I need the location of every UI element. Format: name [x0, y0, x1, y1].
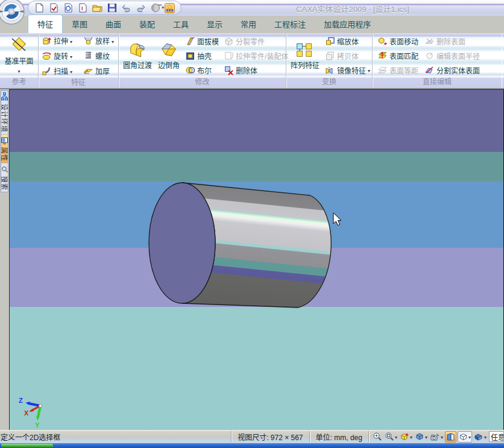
delete-face-label: 删除表面: [436, 36, 465, 46]
delete-body-button[interactable]: 删除体: [222, 63, 289, 77]
ribbon: 基准平面 参考 拉伸 放样: [0, 33, 504, 88]
title-bar: I ▔▾ CAXA实体设计2009 - [设计1.ics]: [0, 0, 504, 16]
group-label-features: 特征: [39, 78, 118, 88]
face-move-label: 表面移动: [389, 36, 418, 46]
split-part-button[interactable]: 分裂零件: [222, 34, 289, 48]
stretch-part-label: 拉伸零件/装配体: [236, 51, 288, 61]
face-draft-button[interactable]: 面拔模: [184, 34, 220, 48]
view-size-label: 视图尺寸: 972 × 567: [233, 432, 307, 442]
selection-filter-field[interactable]: 任意: [489, 431, 504, 442]
tab-surface[interactable]: 曲面: [96, 15, 130, 33]
stretch-part-icon: [224, 51, 234, 61]
edit-face-radius-button[interactable]: 编辑表面半径: [423, 48, 481, 63]
tab-features[interactable]: 特征: [28, 14, 63, 33]
delete-face-button[interactable]: 删除表面: [423, 34, 481, 48]
viewport[interactable]: Z X Y: [9, 89, 504, 430]
chamfer-icon: [159, 41, 178, 59]
face-move-button[interactable]: 表面移动: [376, 34, 420, 48]
wireframe-view-icon[interactable]: [458, 431, 472, 443]
face-match-icon: [377, 51, 388, 61]
stretch-part-button[interactable]: 拉伸零件/装配体: [222, 48, 289, 63]
copy-body-label: 拷贝体: [337, 51, 359, 61]
face-match-label: 表面匹配: [389, 51, 418, 61]
camera-rotate-icon[interactable]: [429, 431, 444, 442]
tab-sketch[interactable]: 草图: [63, 15, 96, 33]
boolean-button[interactable]: 布尔: [184, 63, 220, 77]
save-icon[interactable]: [107, 3, 117, 13]
split-face-button[interactable]: 分割实体表面: [423, 63, 481, 77]
revolve-button[interactable]: 旋转: [40, 49, 82, 63]
open-folder-icon[interactable]: [92, 3, 102, 13]
face-offset-button[interactable]: 表面等距: [376, 63, 420, 77]
revolve-label: 旋转: [54, 51, 68, 61]
progress-indicator: [1, 444, 53, 447]
render-mode-icon[interactable]: [473, 431, 487, 442]
status-bar: 定义一个2D选择框 视图尺寸: 972 × 567 单位: mm, deg 任意: [0, 430, 504, 443]
svg-text:I: I: [81, 5, 83, 11]
face-match-button[interactable]: 表面匹配: [376, 48, 420, 63]
sidebar-tab-label: 搜索: [0, 176, 10, 191]
extrude-icon: [42, 36, 52, 46]
fillet-icon: [128, 41, 147, 59]
thicken-label: 加厚: [95, 66, 110, 76]
undo-icon[interactable]: [121, 3, 131, 13]
new-document-icon[interactable]: [34, 3, 45, 13]
statusbar-separator: [231, 431, 232, 442]
tab-common[interactable]: 常用: [232, 15, 265, 33]
group-label-transform: 变换: [286, 78, 372, 88]
extrude-label: 拉伸: [54, 36, 68, 46]
delete-body-label: 删除体: [236, 65, 257, 75]
tab-tools[interactable]: 工具: [164, 15, 198, 33]
copy-body-button[interactable]: 拷贝体: [324, 48, 371, 63]
redo-icon[interactable]: [136, 3, 146, 13]
sidebar-tab-search[interactable]: 搜索: [1, 163, 8, 192]
sweep-button[interactable]: 扫描: [40, 64, 82, 78]
axis-triad: Z X Y: [19, 397, 42, 429]
units-label: 单位: mm, deg: [311, 432, 367, 442]
new-scene-icon[interactable]: [399, 431, 413, 442]
fillet-button[interactable]: 圆角过渡: [121, 40, 154, 71]
zoom-in-icon[interactable]: [372, 431, 383, 442]
tab-assembly[interactable]: 装配: [130, 15, 164, 33]
sidebar-tab-properties[interactable]: 属性: [1, 134, 8, 163]
shaded-view-icon[interactable]: [445, 431, 456, 443]
sidebar-tab-strip: 设计环境 属性 搜索: [1, 90, 8, 192]
pattern-feature-button[interactable]: 阵列特征: [289, 40, 321, 71]
ribbon-group-modify: 圆角过渡 边倒角 面拔模 抽壳: [119, 33, 286, 88]
view-cube-icon[interactable]: [414, 431, 428, 442]
pattern-feature-icon: [295, 41, 315, 59]
document-info-icon[interactable]: I: [78, 3, 88, 13]
check-document-icon[interactable]: [49, 3, 59, 13]
chamfer-button[interactable]: 边倒角: [156, 40, 181, 71]
thread-button[interactable]: 螺纹: [82, 49, 121, 63]
thicken-button[interactable]: 加厚: [82, 64, 121, 78]
tab-addins[interactable]: 加载应用程序: [315, 15, 380, 33]
view-toolbar: [370, 431, 489, 443]
group-label-reference: 参考: [0, 78, 38, 88]
face-move-icon: [377, 36, 388, 46]
design-elements-icon[interactable]: [165, 3, 175, 13]
zoom-window-icon[interactable]: [384, 431, 398, 442]
face-draft-icon: [185, 36, 195, 46]
preview-document-icon[interactable]: [63, 3, 74, 13]
extrude-button[interactable]: 拉伸: [40, 34, 82, 48]
mirror-feature-label: 镜像特征: [337, 65, 366, 75]
tab-display[interactable]: 显示: [198, 15, 232, 33]
scale-body-button[interactable]: 缩放体: [324, 34, 371, 48]
tab-annotation[interactable]: 工程标注: [265, 15, 315, 33]
statusbar-separator: [368, 431, 369, 442]
mouse-cursor: [333, 213, 341, 226]
fillet-label: 圆角过渡: [123, 60, 152, 70]
ribbon-tab-row: 特征 草图 曲面 装配 工具 显示 常用 工程标注 加载应用程序: [0, 16, 504, 33]
datum-plane-button[interactable]: 基准平面: [2, 36, 35, 76]
sidebar-tab-design-tree[interactable]: 设计环境: [1, 91, 8, 134]
datum-plane-label: 基准平面: [4, 55, 33, 66]
quick-access-options-icon[interactable]: ▔▾: [158, 5, 164, 10]
search-icon: [1, 165, 8, 175]
cylinder-model[interactable]: [149, 183, 331, 308]
chevron-down-icon: [410, 432, 412, 441]
app-logo[interactable]: [0, 0, 26, 28]
mirror-feature-button[interactable]: 镜像特征: [324, 63, 371, 77]
shell-button[interactable]: 抽壳: [184, 48, 220, 63]
loft-button[interactable]: 放样: [82, 34, 121, 48]
